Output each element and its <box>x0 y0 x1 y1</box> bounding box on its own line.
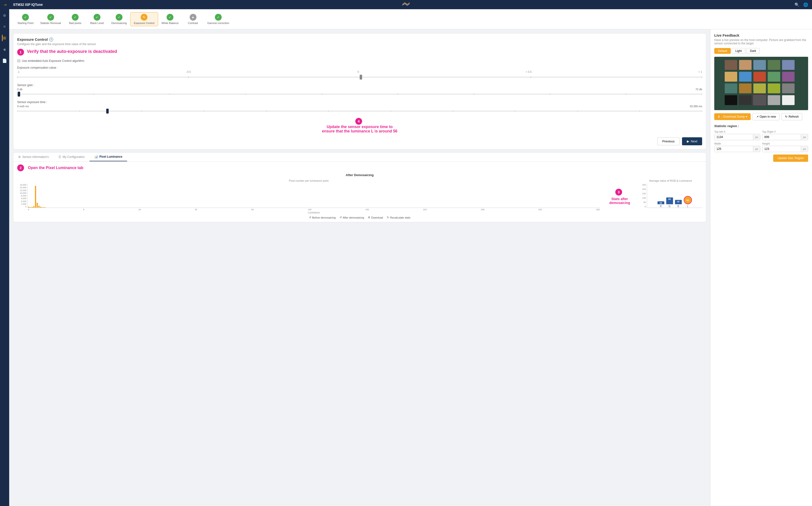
bar-192 <box>42 207 43 207</box>
open-in-new-button[interactable]: ↗ Open in new <box>752 113 780 120</box>
stat-label-width: Width <box>714 142 760 145</box>
bottom-actions: ↺ Before demosaicing ↺ After demosaicing… <box>17 216 702 219</box>
step-bad-pixels[interactable]: ✓ Bad pixels <box>64 12 86 26</box>
next-button[interactable]: ▶ Next <box>682 137 702 145</box>
step-demosaicing[interactable]: ✓ Demosaicing <box>108 12 130 26</box>
refresh-button[interactable]: ↻ Refresh <box>782 113 802 120</box>
stat-fields: Top left X px Top Right Y px <box>714 130 808 152</box>
auto-exposure-checkbox-row: ⊟ Use embedded Auto Exposure Control alg… <box>17 59 702 63</box>
stat-input-height-field[interactable] <box>762 146 801 152</box>
bar-chart-container: 16,000 14,000 12,000 10,000 8,000 6,000 … <box>17 184 600 214</box>
bar-8 <box>30 207 31 207</box>
annotation-badge-4: 4 <box>355 118 362 125</box>
avg-bar-l-letter: L <box>687 205 689 207</box>
step-starting-point[interactable]: ✓ Starting Point <box>14 12 37 26</box>
avg-bar-r: 29 R <box>657 201 664 207</box>
download-link[interactable]: ⬇ Download <box>368 216 383 219</box>
gain-slider-thumb[interactable] <box>18 92 20 96</box>
svg-rect-13 <box>725 83 737 93</box>
step-white-balance[interactable]: ✓ White Balance <box>158 12 182 26</box>
action-buttons: ⬇ ↓ Download Dump ▾ ↗ Open in new ↻ Refr… <box>714 113 808 120</box>
sidebar-icon-grid[interactable]: ◈ <box>2 46 7 53</box>
step-icon-black-level: ✓ <box>94 14 100 21</box>
compensation-slider-track[interactable] <box>17 74 702 80</box>
compensation-labels: -1 -0.5 0 + 0.5 + 1 <box>17 70 702 73</box>
checkbox-label: Use embedded Auto Exposure Control algor… <box>22 59 84 63</box>
stat-field-height: Height px <box>762 142 808 152</box>
svg-rect-8 <box>725 72 737 82</box>
stat-region: Statistic region : Top left X px <box>714 124 808 162</box>
step-exposure-control[interactable]: ✎ Exposure Control <box>130 12 158 26</box>
annotation-badge-1: 1 <box>17 49 24 56</box>
svg-rect-9 <box>739 72 751 82</box>
previous-button[interactable]: Previous <box>657 137 680 145</box>
sidebar-icon-settings[interactable]: ⊞ <box>2 35 7 41</box>
step-label-starting-point: Starting Point <box>17 22 33 24</box>
bar-64 <box>35 186 36 207</box>
step-black-level[interactable]: ✓ Black Level <box>86 12 108 26</box>
compensation-slider-thumb[interactable] <box>360 75 362 80</box>
download-dump-button[interactable]: ⬇ ↓ Download Dump ▾ <box>714 113 751 120</box>
avg-bar-l-wrap: 51 <box>684 196 692 204</box>
stat-input-top-right-y-field[interactable] <box>762 134 801 140</box>
search-icon[interactable]: 🔍 <box>795 2 799 7</box>
step-gamma-correction[interactable]: ✓ Gamma correction <box>204 12 233 26</box>
mode-light-button[interactable]: Light <box>732 48 745 54</box>
stat-field-top-right-y: Top Right Y px <box>762 130 808 140</box>
annotation-text-2: Open the Pixel Luminance tab <box>28 166 83 170</box>
stat-input-top-left-x-field[interactable] <box>715 134 753 140</box>
exposure-slider-thumb[interactable] <box>106 109 109 113</box>
stat-label-top-left-x: Top left X <box>714 130 760 133</box>
mode-default-button[interactable]: Default <box>714 48 731 54</box>
live-feedback-subtitle: Have a live preview on the host computer… <box>714 38 808 45</box>
gain-slider-track[interactable] <box>17 91 702 97</box>
open-in-new-icon: ↗ <box>756 115 759 118</box>
exposure-slider-track[interactable] <box>17 108 702 114</box>
stat-field-width: Width px <box>714 142 760 152</box>
bar-160 <box>40 207 41 207</box>
stat-label-height: Height <box>762 142 808 145</box>
exposure-control-card: Exposure Control i Configure the gain an… <box>13 33 706 149</box>
stat-region-title: Statistic region : <box>714 124 808 128</box>
step-statistic-removal[interactable]: ✓ Statistic Removal <box>37 12 64 26</box>
bar-4 <box>28 207 29 207</box>
sidebar-icon-add[interactable]: ⊕ <box>2 12 7 19</box>
globe-icon[interactable]: 🌐 <box>803 2 808 7</box>
avg-bar-g-rect: 69 <box>666 197 673 204</box>
tab-my-config[interactable]: ☰ My Configuration <box>54 153 89 161</box>
refresh-icon: ↻ <box>785 115 788 118</box>
stat-input-top-right-y: px <box>762 134 808 140</box>
avg-chart-inner: 29 R 69 <box>647 184 702 208</box>
tab-pixel-luminance[interactable]: 📊 Pixel Luminance <box>89 153 127 161</box>
update-stat-button[interactable]: Update Stat. Region <box>773 155 808 162</box>
sidebar-icon-menu[interactable]: ≡ <box>2 23 7 30</box>
bottom-tabs: ⚙ Sensor information's ☰ My Configuratio… <box>13 153 706 162</box>
svg-rect-11 <box>768 72 780 82</box>
annotation-text-3: Stats afterdemosaicing <box>609 197 630 205</box>
recalculate-link[interactable]: ↻ Recalculate stats <box>387 216 411 219</box>
tab-sensor-info[interactable]: ⚙ Sensor information's <box>13 153 54 161</box>
before-demosaicing-link[interactable]: ↺ Before demosaicing <box>309 216 336 219</box>
app-title: STM32 ISP IQTune <box>13 3 43 7</box>
stat-unit-height: px <box>801 146 808 152</box>
after-demosaicing-link[interactable]: ↺ After demosaicing <box>340 216 364 219</box>
annotation-badge-2: 2 <box>17 164 24 171</box>
my-config-icon: ☰ <box>59 155 61 159</box>
info-icon[interactable]: i <box>49 37 53 41</box>
avg-bar-l: 51 L <box>684 196 692 207</box>
bar-96 <box>36 203 38 207</box>
sidebar-icon-doc[interactable]: 📄 <box>1 58 8 64</box>
bar-chart-x-labels: 4 8 16 32 64 128 192 224 <box>27 208 600 211</box>
step-contrast[interactable]: ● Contrast <box>182 12 204 26</box>
bar-32 <box>33 206 34 207</box>
stat-input-width-field[interactable] <box>715 146 753 152</box>
step-icon-contrast: ● <box>190 14 196 21</box>
step-label-gamma-correction: Gamma correction <box>207 22 229 24</box>
bar-128 <box>38 206 39 207</box>
stat-input-height: px <box>762 146 808 152</box>
mode-dark-button[interactable]: Dark <box>746 48 759 54</box>
download-dump-dropdown-icon: ▾ <box>746 115 747 118</box>
svg-rect-6 <box>768 60 780 70</box>
avg-chart-container: 255 200 150 100 50 0 <box>639 184 702 208</box>
avg-bar-r-letter: R <box>660 205 662 207</box>
